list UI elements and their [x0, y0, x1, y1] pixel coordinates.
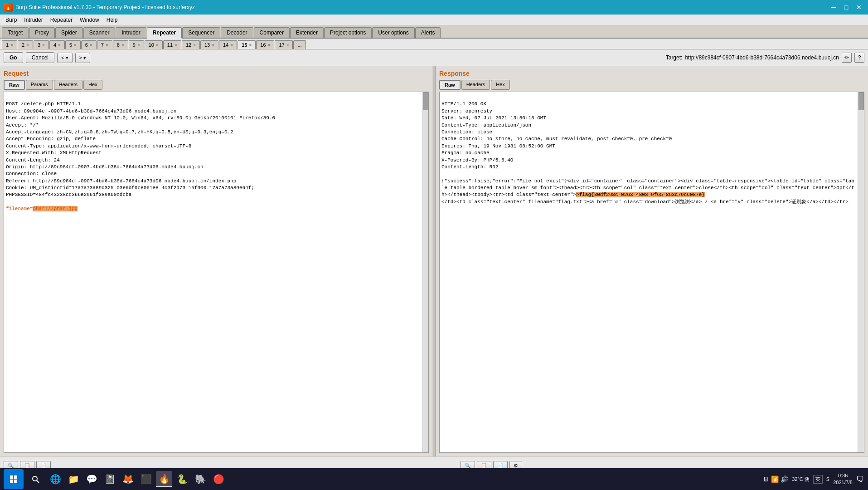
repeater-tab-16[interactable]: 16×: [256, 40, 274, 49]
repeater-tab-5[interactable]: 5×: [65, 40, 81, 49]
taskbar-red[interactable]: 🔴: [210, 471, 227, 487]
request-tab-headers[interactable]: Headers: [54, 80, 83, 90]
restore-button[interactable]: □: [841, 2, 852, 13]
title-bar-left: 🔥 Burp Suite Professional v1.7.33 - Temp…: [4, 3, 195, 12]
close-tab-1[interactable]: ×: [10, 43, 13, 48]
close-tab-5[interactable]: ×: [74, 43, 77, 48]
repeater-tab-14[interactable]: 14×: [219, 40, 237, 49]
taskbar-ime[interactable]: S: [826, 476, 829, 482]
toolbar: Go Cancel < ▾ > ▾ Target: http://89c984c…: [0, 49, 868, 66]
request-scrollbar[interactable]: [422, 92, 428, 452]
tab-scanner[interactable]: Scanner: [83, 27, 116, 38]
repeater-tab-17[interactable]: 17×: [275, 40, 293, 49]
menu-help[interactable]: Help: [103, 16, 121, 24]
response-sub-tabs: Raw Headers Hex: [439, 80, 864, 90]
response-scrollbar-thumb: [858, 92, 864, 110]
menu-burp[interactable]: Burp: [2, 16, 20, 24]
close-tab-10[interactable]: ×: [156, 43, 159, 48]
taskbar-wechat[interactable]: 💬: [83, 471, 100, 487]
forward-button[interactable]: > ▾: [75, 53, 90, 63]
close-tab-16[interactable]: ×: [268, 43, 271, 48]
repeater-tab-9[interactable]: 9×: [129, 40, 144, 49]
taskbar-lang[interactable]: 英: [813, 475, 823, 484]
taskbar-systray: 🖥 📶 🔊: [763, 475, 788, 483]
close-tab-17[interactable]: ×: [286, 43, 289, 48]
taskbar-phpstorm[interactable]: 🐘: [192, 471, 209, 487]
response-tab-raw[interactable]: Raw: [439, 80, 461, 90]
taskbar-terminal[interactable]: ⬛: [138, 471, 154, 487]
repeater-tab-6[interactable]: 6×: [81, 40, 97, 49]
tab-user-options[interactable]: User options: [372, 27, 414, 38]
repeater-tab-15[interactable]: 15×: [238, 40, 256, 49]
close-tab-6[interactable]: ×: [90, 43, 92, 48]
taskbar-firefox[interactable]: 🦊: [120, 471, 136, 487]
tab-target[interactable]: Target: [2, 27, 29, 38]
tab-intruder[interactable]: Intruder: [116, 27, 146, 38]
menu-intruder[interactable]: Intruder: [20, 16, 46, 24]
request-content[interactable]: POST /delete.php HTTP/1.1 Host: 89c984cf…: [4, 92, 422, 452]
close-tab-3[interactable]: ×: [42, 43, 45, 48]
tab-comparer[interactable]: Comparer: [254, 27, 290, 38]
response-content[interactable]: HTTP/1.1 200 OK Server: openresty Date: …: [440, 92, 858, 452]
svg-rect-1: [14, 475, 17, 479]
request-tab-params[interactable]: Params: [26, 80, 53, 90]
repeater-tab-1[interactable]: 1×: [2, 40, 17, 49]
menu-bar: Burp Intruder Repeater Window Help: [0, 15, 868, 25]
repeater-tab-10[interactable]: 10×: [145, 40, 163, 49]
close-tab-2[interactable]: ×: [26, 43, 29, 48]
back-button[interactable]: < ▾: [57, 53, 72, 63]
repeater-tab-more[interactable]: ...: [293, 40, 305, 49]
close-tab-9[interactable]: ×: [137, 43, 140, 48]
repeater-tab-7[interactable]: 7×: [97, 40, 112, 49]
response-scrollbar[interactable]: [858, 92, 864, 452]
close-tab-15[interactable]: ×: [249, 43, 252, 48]
taskbar-burp[interactable]: 🔥: [156, 471, 172, 487]
tab-project-options[interactable]: Project options: [324, 27, 372, 38]
tab-decoder[interactable]: Decoder: [221, 27, 253, 38]
menu-repeater[interactable]: Repeater: [47, 16, 76, 24]
go-button[interactable]: Go: [4, 52, 23, 63]
request-tab-hex[interactable]: Hex: [83, 80, 102, 90]
tab-sequencer[interactable]: Sequencer: [182, 27, 220, 38]
repeater-tab-13[interactable]: 13×: [200, 40, 218, 49]
tab-extender[interactable]: Extender: [290, 27, 324, 38]
taskbar-pycharm[interactable]: 🐍: [174, 471, 190, 487]
taskbar-onenote[interactable]: 📓: [102, 471, 118, 487]
help-button[interactable]: ?: [854, 53, 864, 63]
minimize-button[interactable]: ─: [828, 2, 839, 13]
start-button[interactable]: [4, 469, 24, 489]
close-tab-12[interactable]: ×: [193, 43, 196, 48]
response-tab-headers[interactable]: Headers: [461, 80, 490, 90]
request-tab-raw[interactable]: Raw: [4, 80, 25, 90]
taskbar-edge[interactable]: 🌐: [47, 471, 63, 487]
title-bar-controls[interactable]: ─ □ ✕: [828, 2, 864, 13]
close-tab-8[interactable]: ×: [121, 43, 124, 48]
edit-target-button[interactable]: ✏: [842, 53, 852, 63]
close-tab-13[interactable]: ×: [212, 43, 214, 48]
svg-rect-3: [14, 480, 17, 483]
repeater-tab-8[interactable]: 8×: [113, 40, 128, 49]
burp-logo: 🔥: [4, 3, 13, 12]
repeater-tab-3[interactable]: 3×: [34, 40, 49, 49]
repeater-tab-2[interactable]: 2×: [18, 40, 33, 49]
close-tab-11[interactable]: ×: [175, 43, 177, 48]
repeater-tab-4[interactable]: 4×: [49, 40, 65, 49]
request-panel: Request Raw Params Headers Hex POST /del…: [0, 66, 433, 456]
repeater-tab-11[interactable]: 11×: [163, 40, 181, 49]
notification-button[interactable]: 🗨: [856, 475, 864, 484]
request-title: Request: [4, 70, 429, 77]
response-tab-hex[interactable]: Hex: [491, 80, 510, 90]
cancel-button[interactable]: Cancel: [26, 52, 54, 63]
close-tab-7[interactable]: ×: [106, 43, 108, 48]
taskbar-search[interactable]: [25, 469, 45, 489]
tab-repeater[interactable]: Repeater: [147, 27, 182, 39]
repeater-tab-12[interactable]: 12×: [182, 40, 200, 49]
menu-window[interactable]: Window: [76, 16, 103, 24]
close-tab-4[interactable]: ×: [58, 43, 61, 48]
close-tab-14[interactable]: ×: [230, 43, 233, 48]
tab-proxy[interactable]: Proxy: [29, 27, 55, 38]
tab-alerts[interactable]: Alerts: [415, 27, 441, 38]
taskbar-explorer[interactable]: 📁: [65, 471, 82, 487]
close-button[interactable]: ✕: [853, 2, 864, 13]
tab-spider[interactable]: Spider: [55, 27, 83, 38]
